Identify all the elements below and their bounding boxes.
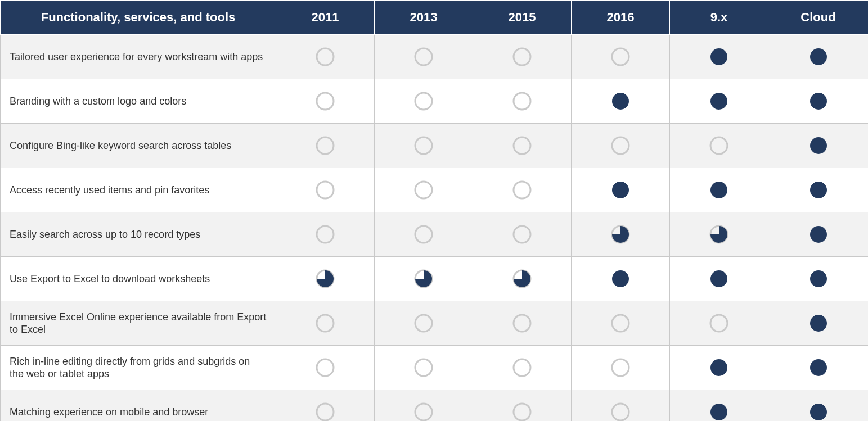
svg-point-46	[710, 359, 727, 376]
harvey-ball-icon	[316, 136, 335, 155]
harvey-ball-icon	[512, 402, 532, 421]
feature-label: Immersive Excel Online experience availa…	[1, 301, 276, 346]
availability-cell	[572, 212, 670, 257]
availability-cell	[670, 35, 768, 79]
availability-cell	[473, 346, 572, 390]
harvey-ball-icon	[512, 136, 532, 155]
svg-point-48	[317, 404, 334, 420]
svg-point-45	[612, 359, 629, 376]
harvey-ball-icon	[414, 358, 433, 377]
harvey-ball-icon	[809, 225, 828, 244]
feature-label: Matching experience on mobile and browse…	[1, 390, 276, 422]
harvey-ball-icon	[316, 358, 335, 377]
svg-point-18	[317, 182, 334, 198]
harvey-ball-icon	[512, 180, 532, 200]
availability-cell	[768, 257, 869, 301]
availability-cell	[276, 301, 375, 346]
harvey-ball-icon	[512, 269, 532, 288]
availability-cell	[572, 257, 670, 301]
svg-point-25	[415, 226, 432, 243]
harvey-ball-icon	[611, 269, 630, 288]
harvey-ball-icon	[414, 314, 433, 333]
svg-point-41	[810, 315, 827, 332]
col-header-2013: 2013	[375, 1, 473, 35]
harvey-ball-icon	[414, 92, 433, 111]
harvey-ball-icon	[611, 358, 630, 377]
harvey-ball-icon	[512, 47, 532, 66]
availability-cell	[375, 35, 473, 79]
harvey-ball-icon	[316, 47, 335, 66]
availability-cell	[768, 79, 869, 124]
svg-point-35	[810, 270, 827, 287]
harvey-ball-icon	[709, 92, 728, 111]
col-header-9x: 9.x	[670, 1, 768, 35]
harvey-ball-icon	[809, 180, 828, 200]
harvey-ball-icon	[414, 180, 433, 200]
harvey-ball-icon	[316, 92, 335, 111]
availability-cell	[572, 79, 670, 124]
svg-point-50	[514, 404, 530, 420]
col-header-cloud: Cloud	[768, 1, 869, 35]
svg-point-8	[514, 93, 530, 110]
harvey-ball-icon	[709, 314, 728, 333]
availability-cell	[572, 35, 670, 79]
availability-cell	[276, 346, 375, 390]
feature-label: Configure Bing-like keyword search acros…	[1, 124, 276, 168]
harvey-ball-icon	[611, 47, 630, 66]
availability-cell	[473, 212, 572, 257]
availability-cell	[473, 257, 572, 301]
feature-comparison-table: Functionality, services, and tools 2011 …	[0, 0, 868, 421]
availability-cell	[375, 346, 473, 390]
availability-cell	[276, 212, 375, 257]
table-row: Use Export to Excel to download workshee…	[1, 257, 869, 301]
harvey-ball-icon	[611, 136, 630, 155]
table-row: Configure Bing-like keyword search acros…	[1, 124, 869, 168]
availability-cell	[473, 168, 572, 212]
harvey-ball-icon	[414, 47, 433, 66]
table-row: Easily search across up to 10 record typ…	[1, 212, 869, 257]
col-header-2015: 2015	[473, 1, 572, 35]
harvey-ball-icon	[316, 180, 335, 200]
availability-cell	[670, 168, 768, 212]
availability-cell	[276, 390, 375, 422]
availability-cell	[375, 212, 473, 257]
availability-cell	[375, 124, 473, 168]
availability-cell	[670, 212, 768, 257]
svg-point-37	[415, 315, 432, 332]
svg-point-11	[810, 93, 827, 110]
svg-point-36	[317, 315, 334, 332]
harvey-ball-icon	[709, 358, 728, 377]
harvey-ball-icon	[611, 314, 630, 333]
svg-point-9	[612, 93, 629, 110]
availability-cell	[276, 257, 375, 301]
harvey-ball-icon	[709, 402, 728, 421]
availability-cell	[276, 35, 375, 79]
harvey-ball-icon	[414, 136, 433, 155]
harvey-ball-icon	[611, 225, 630, 244]
availability-cell	[768, 124, 869, 168]
feature-label: Branding with a custom logo and colors	[1, 79, 276, 124]
availability-cell	[670, 346, 768, 390]
harvey-ball-icon	[709, 225, 728, 244]
harvey-ball-icon	[414, 269, 433, 288]
availability-cell	[473, 124, 572, 168]
svg-point-34	[710, 270, 727, 287]
availability-cell	[375, 390, 473, 422]
table-body: Tailored user experience for every works…	[1, 35, 869, 422]
svg-point-17	[810, 137, 827, 154]
svg-point-16	[710, 137, 727, 154]
harvey-ball-icon	[512, 92, 532, 111]
availability-cell	[670, 390, 768, 422]
availability-cell	[572, 124, 670, 168]
table-row: Rich in-line editing directly from grids…	[1, 346, 869, 390]
svg-point-44	[514, 359, 530, 376]
harvey-ball-icon	[611, 92, 630, 111]
harvey-ball-icon	[512, 358, 532, 377]
svg-point-26	[514, 226, 530, 243]
availability-cell	[276, 168, 375, 212]
col-header-2011: 2011	[276, 1, 375, 35]
harvey-ball-icon	[709, 269, 728, 288]
availability-cell	[768, 35, 869, 79]
svg-point-24	[317, 226, 334, 243]
harvey-ball-icon	[611, 180, 630, 200]
